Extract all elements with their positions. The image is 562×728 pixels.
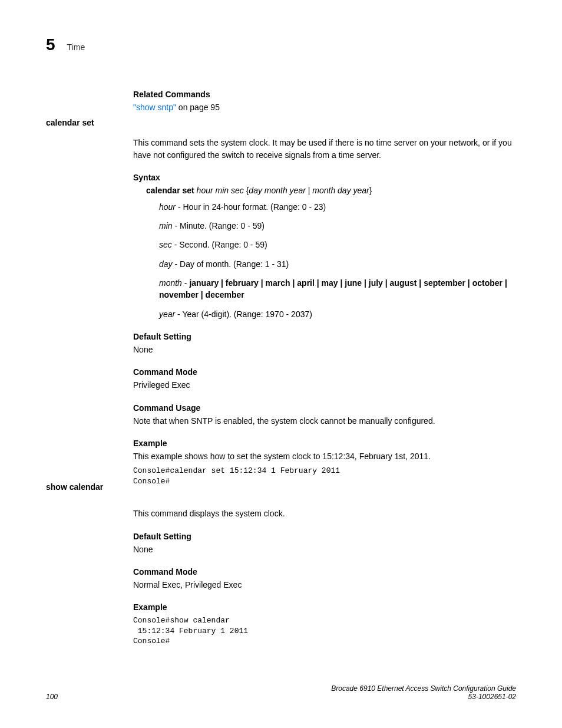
param-hour: hour - Hour in 24-hour format. (Range: 0…	[159, 201, 516, 213]
related-rest: on page 95	[176, 103, 220, 112]
footer-right: Brocade 6910 Ethernet Access Switch Conf…	[331, 684, 516, 701]
sc-default-heading: Default Setting	[133, 532, 516, 541]
related-commands-text: "show sntp" on page 95	[133, 101, 516, 113]
calendar-set-label: calendar set	[46, 118, 94, 127]
example-heading: Example	[133, 439, 516, 448]
syntax-heading: Syntax	[133, 173, 516, 182]
sc-mode-value: Normal Exec, Privileged Exec	[133, 579, 516, 591]
param-month: month - january | february | march | apr…	[159, 277, 516, 301]
related-commands-heading: Related Commands	[133, 90, 516, 99]
default-setting-value: None	[133, 344, 516, 355]
chapter-title: Time	[67, 42, 85, 52]
main-content: Related Commands "show sntp" on page 95 …	[133, 90, 516, 647]
syntax-command: calendar set hour min sec {day month yea…	[146, 186, 516, 195]
show-calendar-label: show calendar	[46, 482, 103, 492]
syntax-block: calendar set hour min sec {day month yea…	[146, 186, 516, 320]
chapter-number: 5	[46, 35, 55, 54]
footer-docnum: 53-1002651-02	[331, 693, 516, 701]
example-console: Console#calendar set 15:12:34 1 February…	[133, 466, 516, 486]
param-min: min - Minute. (Range: 0 - 59)	[159, 220, 516, 232]
param-block: hour - Hour in 24-hour format. (Range: 0…	[159, 201, 516, 320]
sc-example-console: Console#show calendar 15:12:34 February …	[133, 615, 516, 647]
page-header: 5 Time	[46, 35, 516, 54]
default-setting-heading: Default Setting	[133, 332, 516, 341]
show-calendar-intro: This command displays the system clock.	[133, 508, 516, 519]
command-usage-heading: Command Usage	[133, 403, 516, 413]
sc-example-heading: Example	[133, 602, 516, 612]
command-usage-text: Note that when SNTP is enabled, the syst…	[133, 415, 516, 427]
param-sec: sec - Second. (Range: 0 - 59)	[159, 239, 516, 251]
footer-title: Brocade 6910 Ethernet Access Switch Conf…	[331, 684, 516, 693]
param-year: year - Year (4-digit). (Range: 1970 - 20…	[159, 308, 516, 320]
sc-default-value: None	[133, 543, 516, 555]
sc-mode-heading: Command Mode	[133, 567, 516, 577]
param-day: day - Day of month. (Range: 1 - 31)	[159, 258, 516, 270]
page-number: 100	[46, 693, 58, 701]
example-text: This example shows how to set the system…	[133, 450, 516, 462]
command-mode-value: Privileged Exec	[133, 379, 516, 391]
calendar-set-intro: This command sets the system clock. It m…	[133, 137, 516, 161]
show-sntp-link[interactable]: "show sntp"	[133, 103, 176, 112]
page-footer: 100 Brocade 6910 Ethernet Access Switch …	[46, 684, 516, 701]
command-mode-heading: Command Mode	[133, 367, 516, 377]
